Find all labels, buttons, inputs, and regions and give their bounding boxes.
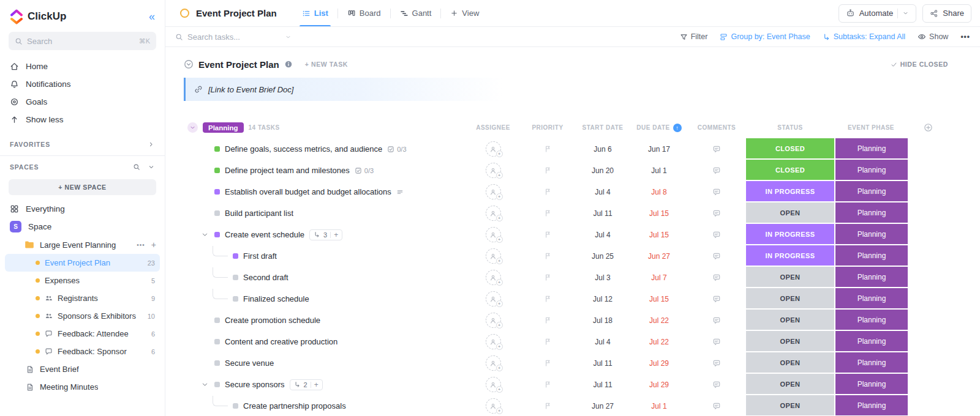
column-header-start-date[interactable]: START DATE: [575, 124, 631, 131]
subtasks-badge[interactable]: 2 +: [290, 379, 323, 390]
task-status-square[interactable]: [214, 232, 220, 237]
status-badge[interactable]: OPEN: [746, 374, 834, 395]
task-status-square[interactable]: [214, 210, 220, 216]
checklist-badge[interactable]: 0/3: [387, 146, 406, 153]
spaces-section-header[interactable]: SPACES: [0, 156, 165, 178]
chevron-down-icon[interactable]: [902, 10, 909, 17]
due-date[interactable]: Jul 29: [631, 359, 687, 368]
chevron-right-icon[interactable]: [148, 141, 155, 148]
event-phase-badge[interactable]: Planning: [834, 395, 908, 416]
priority-flag-icon[interactable]: [544, 166, 552, 174]
sidebar-item-everything[interactable]: Everything: [0, 200, 165, 218]
start-date[interactable]: Jul 11: [575, 209, 631, 218]
event-phase-badge[interactable]: Planning: [834, 331, 908, 352]
task-status-square[interactable]: [214, 189, 220, 195]
folder-more-icon[interactable]: •••: [137, 242, 145, 248]
event-phase-badge[interactable]: Planning: [834, 245, 908, 267]
sidebar-list-sponsors-exhibitors[interactable]: Sponsors & Exhibitors 10: [5, 307, 160, 325]
column-header-event-phase[interactable]: EVENT PHASE: [834, 124, 908, 131]
task-row[interactable]: First draft + Jun 25 Jun 27 IN PROGRESS …: [184, 245, 948, 267]
task-name[interactable]: Secure sponsors: [225, 380, 285, 389]
add-column-button[interactable]: [908, 123, 948, 132]
task-status-square[interactable]: [233, 296, 238, 302]
priority-flag-icon[interactable]: [544, 316, 552, 324]
priority-flag-icon[interactable]: [544, 188, 552, 196]
task-status-square[interactable]: [214, 318, 220, 323]
sidebar-item-home[interactable]: Home: [0, 58, 165, 75]
start-date[interactable]: Jun 25: [575, 252, 631, 261]
event-phase-badge[interactable]: Planning: [834, 181, 908, 202]
task-name[interactable]: Secure venue: [225, 358, 274, 368]
assignee-add-button[interactable]: +: [486, 291, 501, 306]
favorites-section-header[interactable]: FAVORITES: [0, 133, 165, 155]
task-name[interactable]: Create partnership proposals: [243, 401, 346, 410]
expand-caret-icon[interactable]: [200, 231, 209, 238]
more-options-icon[interactable]: •••: [960, 32, 970, 41]
task-name[interactable]: Create promotion schedule: [225, 316, 320, 325]
add-view-button[interactable]: View: [441, 0, 488, 26]
start-date[interactable]: Jun 20: [575, 166, 631, 175]
priority-flag-icon[interactable]: [544, 145, 552, 153]
due-date[interactable]: Jul 29: [631, 381, 687, 389]
event-phase-badge[interactable]: Planning: [834, 374, 908, 395]
status-badge[interactable]: IN PROGRESS: [746, 245, 834, 267]
search-icon[interactable]: [133, 163, 140, 171]
assignee-add-button[interactable]: +: [486, 398, 501, 414]
task-name[interactable]: Create event schedule: [225, 230, 304, 239]
status-badge[interactable]: OPEN: [746, 202, 834, 224]
group-by-button[interactable]: Group by: Event Phase: [720, 32, 810, 41]
hide-closed-toggle[interactable]: HIDE CLOSED: [891, 61, 948, 68]
comment-icon[interactable]: [712, 338, 721, 346]
task-status-square[interactable]: [233, 253, 238, 259]
task-row[interactable]: Secure venue + Jul 11 Jul 29 OPEN Planni…: [184, 352, 948, 374]
column-header-status[interactable]: STATUS: [746, 124, 834, 131]
assignee-add-button[interactable]: +: [486, 163, 501, 178]
sidebar-list-event-project-plan[interactable]: Event Project Plan 23: [5, 254, 160, 272]
priority-flag-icon[interactable]: [544, 209, 552, 217]
start-date[interactable]: Jul 12: [575, 295, 631, 303]
assignee-add-button[interactable]: +: [486, 141, 501, 157]
start-date[interactable]: Jul 3: [575, 273, 631, 282]
task-row[interactable]: Define project team and milestones 0/3 +…: [184, 160, 948, 181]
due-date[interactable]: Jul 22: [631, 316, 687, 325]
group-name-badge[interactable]: Planning: [203, 122, 244, 133]
task-row[interactable]: Establish overall budget and budget allo…: [184, 181, 948, 202]
sidebar-doc-event-brief[interactable]: Event Brief: [0, 360, 165, 378]
event-phase-badge[interactable]: Planning: [834, 202, 908, 224]
new-task-button[interactable]: + NEW TASK: [305, 61, 348, 68]
tab-board[interactable]: Board: [338, 0, 390, 26]
assignee-add-button[interactable]: +: [486, 377, 501, 392]
search-tasks-input[interactable]: Search tasks...: [175, 32, 292, 42]
sidebar-collapse-icon[interactable]: «: [149, 11, 155, 22]
task-status-square[interactable]: [233, 403, 238, 409]
task-status-square[interactable]: [214, 146, 220, 152]
event-phase-badge[interactable]: Planning: [834, 160, 908, 181]
due-date[interactable]: Jul 8: [631, 188, 687, 196]
share-button[interactable]: Share: [922, 4, 971, 23]
due-date[interactable]: Jul 7: [631, 273, 687, 282]
comment-icon[interactable]: [712, 381, 721, 389]
column-header-comments[interactable]: COMMENTS: [687, 124, 746, 131]
priority-flag-icon[interactable]: [544, 359, 552, 367]
due-date[interactable]: Jul 22: [631, 338, 687, 346]
status-badge[interactable]: OPEN: [746, 395, 834, 416]
sidebar-list-expenses[interactable]: Expenses 5: [5, 272, 160, 289]
column-header-priority[interactable]: PRIORITY: [521, 124, 575, 131]
task-row[interactable]: Finalized schedule + Jul 12 Jul 15 OPEN …: [184, 288, 948, 310]
task-row[interactable]: Second draft + Jul 3 Jul 7 OPEN Planning: [184, 267, 948, 288]
comment-icon[interactable]: [712, 188, 721, 196]
column-header-assignee[interactable]: ASSIGNEE: [466, 124, 521, 131]
sidebar-doc-meeting-minutes[interactable]: Meeting Minutes: [0, 378, 165, 396]
assignee-add-button[interactable]: +: [486, 206, 501, 221]
start-date[interactable]: Jul 18: [575, 316, 631, 325]
filter-button[interactable]: Filter: [680, 32, 708, 41]
status-badge[interactable]: OPEN: [746, 310, 834, 331]
comment-icon[interactable]: [712, 359, 721, 368]
start-date[interactable]: Jul 4: [575, 338, 631, 346]
sort-ascending-icon[interactable]: ↑: [673, 124, 682, 132]
due-date[interactable]: Jul 15: [631, 231, 687, 239]
expand-caret-icon[interactable]: [200, 381, 209, 388]
group-collapse-icon[interactable]: [187, 122, 198, 133]
start-date[interactable]: Jun 6: [575, 145, 631, 154]
sidebar-item-space[interactable]: S Space: [0, 218, 165, 236]
